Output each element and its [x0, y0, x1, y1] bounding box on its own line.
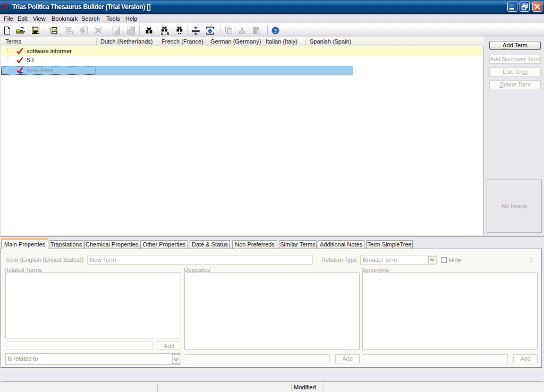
svg-text:?: ? [274, 28, 277, 34]
svg-text:A→B: A→B [161, 32, 169, 36]
